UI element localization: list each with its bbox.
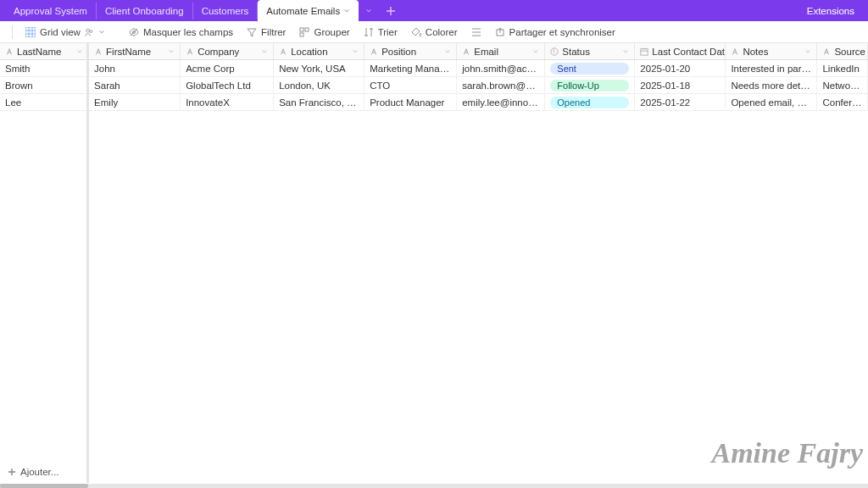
table-cell[interactable]: Opened email, no reply yet: [726, 94, 817, 110]
column-label: Source: [834, 47, 865, 57]
column-header[interactable]: Status: [545, 43, 635, 59]
table-cell[interactable]: Sent: [545, 60, 635, 76]
table-row[interactable]: LeeEmilyInnovateXSan Francisco, CAProduc…: [0, 94, 868, 111]
table-cell[interactable]: Networking: [817, 77, 868, 93]
table-cell[interactable]: 2025-01-18: [635, 77, 726, 93]
column-header[interactable]: Company: [181, 43, 274, 59]
table-cell[interactable]: Interested in partnership: [726, 60, 817, 76]
table-cell[interactable]: InnovateX: [181, 94, 274, 110]
sort-button[interactable]: Trier: [358, 25, 403, 40]
grid-view-label: Grid view: [40, 27, 81, 37]
eye-off-icon: [129, 27, 139, 37]
table-cell[interactable]: emily.lee@innovatex.com: [457, 94, 545, 110]
column-header[interactable]: Notes: [726, 43, 817, 59]
cell-text: John: [94, 64, 175, 74]
text-icon: [462, 47, 470, 56]
hide-fields-button[interactable]: Masquer les champs: [123, 25, 239, 40]
svg-rect-9: [641, 48, 648, 54]
cell-text: CTO: [370, 80, 451, 91]
column-header[interactable]: Source: [817, 43, 868, 59]
column-header[interactable]: Location: [274, 43, 364, 59]
svg-rect-6: [300, 33, 303, 36]
table-cell[interactable]: GlobalTech Ltd: [181, 77, 274, 93]
table-cell[interactable]: Emily: [89, 94, 181, 110]
cell-text: InnovateX: [186, 97, 268, 108]
view-toolbar: Grid view Masquer les champs Filtrer Gro…: [0, 21, 868, 43]
column-header[interactable]: LastName: [0, 43, 89, 59]
cell-text: London, UK: [279, 80, 359, 91]
table-cell[interactable]: 2025-01-20: [635, 60, 726, 76]
add-row-button[interactable]: Ajouter...: [2, 464, 64, 480]
table-row[interactable]: SmithJohnAcme CorpNew York, USAMarketing…: [0, 60, 868, 77]
table-cell[interactable]: Product Manager: [364, 94, 457, 110]
text-icon: [186, 47, 194, 56]
row-height-button[interactable]: [465, 25, 487, 40]
horizontal-scrollbar[interactable]: [0, 484, 868, 488]
table-cell[interactable]: 2025-01-22: [635, 94, 726, 110]
column-label: Notes: [743, 47, 768, 57]
table-cell[interactable]: San Francisco, CA: [274, 94, 364, 110]
top-bar: Approval System Client Onboarding Custom…: [0, 0, 868, 21]
table-cell[interactable]: Conference: [817, 94, 868, 110]
column-header[interactable]: Position: [364, 43, 457, 59]
table-cell[interactable]: Acme Corp: [181, 60, 274, 76]
chevron-down-icon: [622, 48, 629, 55]
table-cell[interactable]: sarah.brown@globaltech....: [457, 77, 545, 93]
text-icon: [822, 47, 831, 56]
tab-automate-emails[interactable]: Automate Emails: [258, 0, 359, 21]
column-label: Company: [198, 47, 239, 57]
extensions-button[interactable]: Extensions: [798, 3, 863, 19]
table-cell[interactable]: LinkedIn: [817, 60, 868, 76]
table-cell[interactable]: CTO: [364, 77, 457, 93]
table-cell[interactable]: Opened: [545, 94, 635, 110]
hide-fields-label: Masquer les champs: [143, 27, 233, 37]
table-cell[interactable]: Lee: [0, 94, 89, 110]
column-header[interactable]: FirstName: [89, 43, 181, 59]
table-cell[interactable]: Smith: [0, 60, 89, 76]
color-button[interactable]: Colorer: [405, 25, 464, 40]
svg-rect-4: [300, 28, 303, 31]
column-label: Last Contact Date: [652, 47, 726, 57]
table-cell[interactable]: London, UK: [274, 77, 364, 93]
table-cell[interactable]: john.smith@acmecorp.com: [457, 60, 545, 76]
cell-text: sarah.brown@globaltech....: [462, 80, 539, 91]
cell-text: LinkedIn: [822, 64, 862, 74]
table-cell[interactable]: John: [89, 60, 181, 76]
table-cell[interactable]: New York, USA: [274, 60, 364, 76]
column-label: LastName: [17, 47, 61, 57]
share-sync-button[interactable]: Partager et synchroniser: [489, 25, 621, 40]
group-label: Grouper: [314, 27, 349, 37]
cell-text: Interested in partnership: [731, 64, 811, 74]
status-badge: Sent: [550, 63, 629, 75]
filter-button[interactable]: Filtrer: [241, 25, 292, 40]
share-label: Partager et synchroniser: [509, 27, 615, 37]
table-cell[interactable]: Needs more details about...: [726, 77, 817, 93]
chevron-down-icon: [343, 8, 350, 14]
tab-customers[interactable]: Customers: [193, 3, 259, 19]
chevron-down-icon: [168, 48, 175, 55]
text-icon: [94, 47, 103, 56]
column-header[interactable]: Email: [457, 43, 545, 59]
table-row[interactable]: BrownSarahGlobalTech LtdLondon, UKCTOsar…: [0, 77, 868, 94]
group-icon: [299, 27, 309, 37]
group-button[interactable]: Grouper: [293, 25, 355, 40]
add-tab-button[interactable]: [379, 3, 403, 19]
cell-text: Needs more details about...: [731, 80, 811, 91]
tab-dropdown[interactable]: [359, 5, 379, 17]
cell-text: Smith: [5, 64, 83, 74]
cell-text: Marketing Manager: [370, 64, 451, 74]
grid-header: LastNameFirstNameCompanyLocationPosition…: [0, 43, 868, 60]
column-header[interactable]: Last Contact Date: [635, 43, 726, 59]
table-cell[interactable]: Marketing Manager: [364, 60, 457, 76]
scrollbar-thumb[interactable]: [0, 484, 88, 488]
tab-client-onboarding[interactable]: Client Onboarding: [97, 3, 193, 19]
cell-text: john.smith@acmecorp.com: [462, 64, 539, 74]
tab-approval-system[interactable]: Approval System: [5, 3, 97, 19]
column-label: Location: [291, 47, 327, 57]
table-cell[interactable]: Brown: [0, 77, 89, 93]
table-cell[interactable]: Sarah: [89, 77, 181, 93]
cell-text: Product Manager: [370, 97, 451, 108]
chevron-down-icon: [98, 29, 105, 36]
grid-view-button[interactable]: Grid view: [19, 25, 111, 40]
table-cell[interactable]: Follow-Up: [545, 77, 635, 93]
